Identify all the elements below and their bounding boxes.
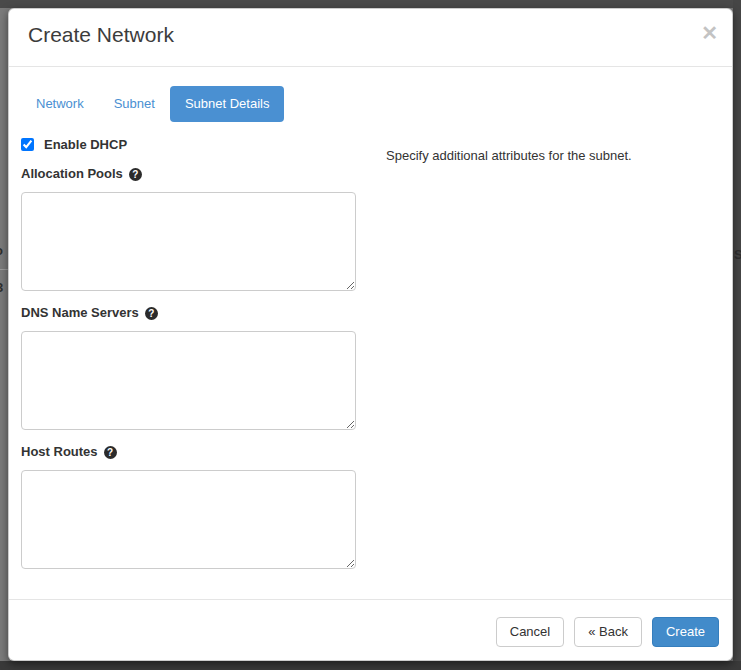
backdrop-top-strip bbox=[0, 0, 741, 8]
enable-dhcp-label: Enable DHCP bbox=[44, 137, 127, 152]
modal-title: Create Network bbox=[28, 22, 717, 47]
dns-name-servers-textarea[interactable] bbox=[21, 331, 356, 430]
backdrop-page-fragment: 3 bbox=[0, 280, 4, 295]
backdrop-page-fragment bbox=[0, 269, 8, 270]
tab-subnet-details[interactable]: Subnet Details bbox=[170, 86, 285, 122]
cancel-button[interactable]: Cancel bbox=[496, 617, 564, 647]
side-help-text: Specify additional attributes for the su… bbox=[386, 147, 720, 165]
modal-footer: Cancel « Back Create bbox=[9, 599, 732, 660]
create-network-modal: Create Network ✕ Network Subnet Subnet D… bbox=[8, 8, 733, 661]
question-circle-icon[interactable]: ? bbox=[104, 446, 117, 459]
tab-network-link[interactable]: Network bbox=[21, 86, 99, 122]
backdrop-page-fragment: S bbox=[734, 247, 741, 262]
enable-dhcp-row: Enable DHCP bbox=[21, 137, 356, 152]
host-routes-label-row: Host Routes ? bbox=[21, 444, 356, 460]
host-routes-label: Host Routes bbox=[21, 444, 98, 460]
tab-subnet-link[interactable]: Subnet bbox=[99, 86, 170, 122]
modal-body: Network Subnet Subnet Details Enable DHC… bbox=[9, 67, 732, 583]
allocation-pools-textarea[interactable] bbox=[21, 192, 356, 291]
help-column: Specify additional attributes for the su… bbox=[386, 137, 720, 583]
allocation-pools-label: Allocation Pools bbox=[21, 166, 123, 182]
wizard-tabs: Network Subnet Subnet Details bbox=[21, 86, 720, 122]
close-icon[interactable]: ✕ bbox=[701, 23, 718, 43]
modal-header: Create Network ✕ bbox=[9, 9, 732, 67]
create-button[interactable]: Create bbox=[652, 617, 719, 647]
host-routes-textarea[interactable] bbox=[21, 470, 356, 569]
question-circle-icon[interactable]: ? bbox=[145, 307, 158, 320]
allocation-pools-label-row: Allocation Pools ? bbox=[21, 166, 356, 182]
form-columns: Enable DHCP Allocation Pools ? DNS Name … bbox=[21, 137, 720, 583]
tab-network[interactable]: Network bbox=[21, 86, 99, 122]
backdrop-page-fragment: o bbox=[0, 243, 3, 258]
enable-dhcp-checkbox[interactable] bbox=[21, 138, 34, 151]
tab-subnet-details-link[interactable]: Subnet Details bbox=[170, 86, 285, 122]
question-circle-icon[interactable]: ? bbox=[129, 168, 142, 181]
back-button[interactable]: « Back bbox=[574, 617, 642, 647]
dns-name-servers-label-row: DNS Name Servers ? bbox=[21, 305, 356, 321]
dns-name-servers-label: DNS Name Servers bbox=[21, 305, 139, 321]
backdrop-bottom-strip bbox=[0, 661, 741, 670]
form-fields-column: Enable DHCP Allocation Pools ? DNS Name … bbox=[21, 137, 356, 583]
backdrop-right-strip bbox=[733, 0, 741, 670]
tab-subnet[interactable]: Subnet bbox=[99, 86, 170, 122]
